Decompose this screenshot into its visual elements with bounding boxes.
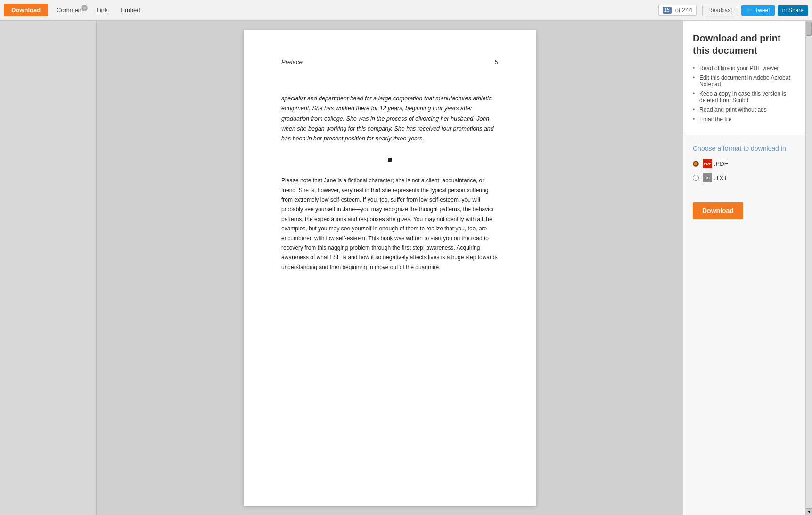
paragraph-1: specialist and department head for a lar… [281,94,498,144]
benefit-4: Read and print without ads [693,106,796,113]
embed-button[interactable]: Embed [114,4,147,16]
format-txt-radio[interactable] [693,175,699,181]
comment-badge: 0 [81,5,88,11]
far-right-scrollbar[interactable]: ▲ ▼ [805,21,812,515]
choose-format-label: Choose a format to download in [693,145,796,152]
twitter-icon: 🐦 [746,7,753,14]
page-navigation: 15 of 244 [658,5,697,16]
linkedin-icon: in [782,7,787,14]
preface-label: Preface [281,58,303,65]
scrollbar-thumb[interactable] [806,22,812,36]
right-panel-title: Download and print this document [693,32,796,57]
page-number: 5 [495,58,498,65]
share-button[interactable]: in Share [778,5,808,16]
benefit-1: Read offline in your PDF viewer [693,65,796,72]
page-icon: 15 [663,7,672,14]
right-panel-download-section: Choose a format to download in PDF .PDF … [683,135,805,515]
paragraph-2: Please note that Jane is a fictional cha… [281,176,498,272]
right-panel: Download and print this document Read of… [683,21,805,515]
left-sidebar [0,21,97,515]
download-button[interactable]: Download [4,4,48,16]
benefit-5: Email the file [693,116,796,123]
format-pdf-option[interactable]: PDF .PDF [693,159,796,168]
comment-button[interactable]: Comment 0 [50,4,90,16]
download-action-button[interactable]: Download [693,202,743,219]
benefit-2: Edit this document in Adobe Acrobat, Not… [693,74,796,88]
tweet-label: Tweet [755,7,770,14]
benefit-3: Keep a copy in case this version is dele… [693,90,796,104]
format-pdf-radio[interactable] [693,161,699,167]
tweet-button[interactable]: 🐦 Tweet [741,5,775,16]
link-button[interactable]: Link [90,4,114,16]
toolbar-social: Readcast 🐦 Tweet in Share [702,5,808,16]
document-page: Preface 5 specialist and department head… [244,30,536,506]
page-header: Preface 5 [281,58,498,65]
pdf-icon: PDF [703,159,712,168]
page-count: of 244 [675,7,692,14]
section-divider [388,158,392,162]
benefits-list: Read offline in your PDF viewer Edit thi… [693,65,796,123]
format-txt-label: .TXT [714,174,727,181]
format-pdf-label: .PDF [714,160,728,167]
main-layout: Preface 5 specialist and department head… [0,21,812,515]
toolbar: Download Comment 0 Link Embed 15 of 244 … [0,0,812,21]
right-panel-benefits-section: Download and print this document Read of… [683,21,805,135]
comment-label: Comment [57,7,83,14]
readcast-button[interactable]: Readcast [702,5,738,16]
txt-icon: TXT [703,173,712,182]
format-txt-option[interactable]: TXT .TXT [693,173,796,182]
share-label: Share [788,7,804,14]
scrollbar-down-arrow[interactable]: ▼ [806,508,812,515]
document-area[interactable]: Preface 5 specialist and department head… [97,21,683,515]
